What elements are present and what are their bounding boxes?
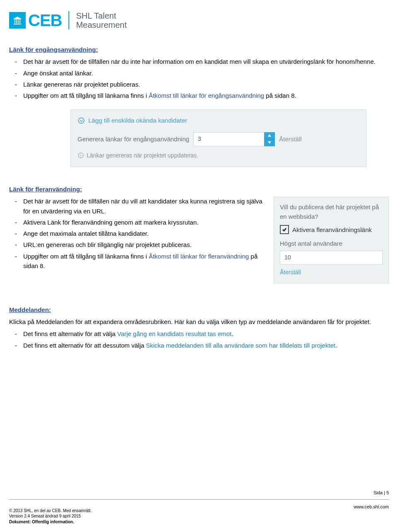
- chevron-circle-icon: [78, 117, 85, 124]
- section2-title: Länk för fleranvändning:: [9, 184, 266, 194]
- section1-title: Länk för engångsanvändning:: [9, 45, 389, 54]
- section3-title: Meddelanden:: [9, 305, 389, 314]
- enable-multi-checkbox[interactable]: Aktivera fleranvändningslänk: [280, 225, 383, 235]
- max-users-label: Högst antal användare: [280, 239, 383, 248]
- option-every-result: Varje gång en kandidats resultat tas emo…: [117, 330, 232, 337]
- quantity-value[interactable]: 3: [193, 132, 264, 146]
- checkbox-icon: [280, 225, 289, 234]
- page-number: Sida | 5: [374, 489, 389, 496]
- logo-shl-text: SHL Talent Measurement: [76, 11, 126, 29]
- section2-list: Det här är avsett för de tillfällen när …: [9, 196, 266, 271]
- generate-label: Generera länkar för engångsanvändning: [78, 134, 189, 144]
- list-item: Det finns ett alternativ för att välja V…: [9, 329, 389, 339]
- logo-icon: [9, 12, 26, 29]
- link-single-use-access: Åtkomst till länkar för engångsanvändnin…: [149, 92, 265, 99]
- list-item: Länkar genereras när projektet publicera…: [9, 80, 389, 89]
- list-item: Uppgifter om att få tillgång till länkar…: [9, 251, 266, 271]
- panel-multi-use: Vill du publicera det här projektet på e…: [274, 197, 389, 283]
- list-item: Det här är avsett för de tillfällen när …: [9, 196, 266, 216]
- list-item: Det här är avsett för de tillfällen när …: [9, 57, 389, 66]
- list-item: Ange önskat antal länkar.: [9, 68, 389, 78]
- footer-divider: [9, 499, 389, 500]
- reset-link-2[interactable]: Återställ: [280, 268, 383, 277]
- list-item: URL:en genereras och blir tillgänglig nä…: [9, 240, 266, 249]
- logo-ceb-text: CEB: [28, 7, 62, 33]
- section1-list: Det här är avsett för de tillfällen när …: [9, 57, 389, 100]
- option-send-all-users: Skicka meddelanden till alla användare s…: [146, 342, 335, 349]
- svg-point-0: [78, 118, 84, 123]
- step-down-button[interactable]: [264, 139, 275, 146]
- info-row: Länkar genereras när projektet uppdatera…: [78, 151, 359, 160]
- logo-divider: [68, 11, 69, 29]
- step-up-button[interactable]: [264, 132, 275, 140]
- list-item: Aktivera Länk för fleranvändning genom a…: [9, 218, 266, 227]
- footer-url: www.ceb.shl.com: [354, 503, 389, 510]
- footer-left: © 2013 SHL, en del av CEB. Med ensamrätt…: [9, 508, 92, 525]
- section3-list: Det finns ett alternativ för att välja V…: [9, 329, 389, 350]
- link-multi-use-access: Åtkomst till länkar för fleranvändning: [149, 253, 249, 260]
- logo-block: CEB SHL Talent Measurement: [9, 7, 389, 33]
- list-item: Det finns ett alternativ för att dessuto…: [9, 341, 389, 350]
- panel2-question: Vill du publicera det här projektet på e…: [280, 202, 383, 222]
- section3-intro: Klicka på Meddelanden för att expandera …: [9, 317, 389, 326]
- max-users-input[interactable]: 10: [280, 251, 383, 265]
- info-icon: [78, 152, 84, 159]
- reset-link[interactable]: Återställ: [279, 134, 301, 144]
- list-item: Uppgifter om att få tillgång till länkar…: [9, 91, 389, 100]
- list-item: Ange det maximala antalet tillåtna kandi…: [9, 229, 266, 238]
- panel1-header[interactable]: Lägg till enskilda okända kandidater: [78, 116, 359, 125]
- quantity-stepper[interactable]: 3: [193, 132, 275, 146]
- panel-single-use: Lägg till enskilda okända kandidater Gen…: [70, 109, 366, 167]
